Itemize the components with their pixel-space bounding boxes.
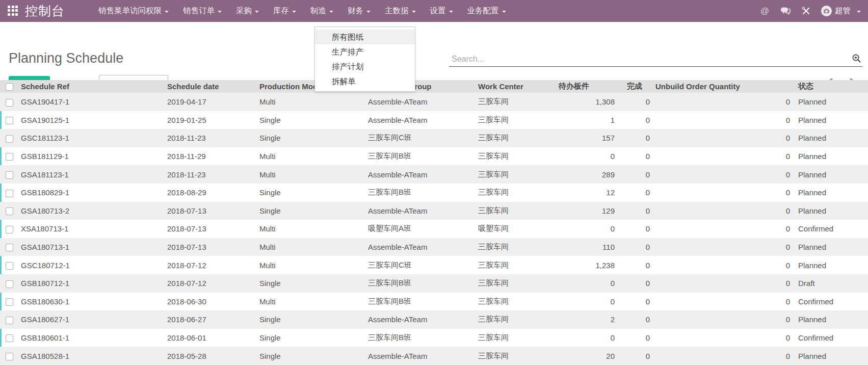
table-row[interactable]: GSA180528-12018-05-28SingleAssemble-ATea…: [0, 347, 868, 365]
cell-production-mode: Single: [256, 347, 365, 365]
cell-work-center: 三胺车间: [475, 347, 556, 365]
cell-schedule-date: 2018-07-13: [164, 238, 256, 256]
row-checkbox-cell: [0, 310, 18, 329]
column-header-5[interactable]: Work Center: [475, 80, 556, 93]
column-header-6[interactable]: 待办板件: [556, 80, 617, 93]
table-row[interactable]: GSB180712-12018-07-12Single三胺车间B班三胺车间000…: [0, 274, 868, 293]
cell-status: Planned: [795, 184, 868, 202]
cell-group: Assemble-ATeam: [365, 347, 475, 365]
top-menu-item-3[interactable]: 采购: [236, 6, 259, 16]
cell-unbuild-order-qty: 0: [652, 220, 795, 238]
cell-production-mode: Single: [256, 111, 365, 129]
top-menu-label: 销售订单: [183, 6, 215, 16]
cell-work-center: 三胺车间: [475, 184, 556, 202]
messages-icon[interactable]: [780, 7, 791, 15]
search-input[interactable]: [452, 53, 829, 66]
row-checkbox-cell: [0, 329, 18, 347]
row-checkbox[interactable]: [6, 334, 13, 342]
cell-status: Planned: [795, 238, 868, 256]
column-header-7[interactable]: 完成: [617, 80, 652, 93]
cell-pending-panels: 12: [556, 184, 617, 202]
cell-schedule-ref: GSC181123-1: [18, 129, 164, 147]
row-checkbox[interactable]: [6, 353, 13, 360]
user-name: 超管: [835, 6, 851, 16]
user-menu[interactable]: 超管: [821, 6, 861, 16]
page-title: Planning Schedule: [9, 50, 123, 66]
dropdown-item-2[interactable]: 生产排产: [315, 44, 415, 59]
top-menu-item-7[interactable]: 主数据: [385, 6, 416, 16]
cell-schedule-ref: GSA190125-1: [18, 111, 164, 129]
table-row[interactable]: GSB180630-12018-06-30Multi三胺车间B班三胺车间000C…: [0, 293, 868, 311]
top-menu-item-9[interactable]: 业务配置: [467, 6, 506, 16]
cell-production-mode: Multi: [256, 256, 365, 274]
cell-group: 三胺车间B班: [365, 274, 475, 293]
select-all-checkbox[interactable]: [6, 83, 13, 91]
row-checkbox[interactable]: [6, 226, 13, 233]
table-row[interactable]: GSC181123-12018-11-23Single三胺车间C班三胺车间157…: [0, 129, 868, 147]
table-row[interactable]: GSA190125-12019-01-25SingleAssemble-ATea…: [0, 111, 868, 129]
schedule-table-head-row: Schedule RefSchedule dateProduction Mode…: [0, 80, 868, 93]
cell-status: Confirmed: [795, 220, 868, 238]
table-row[interactable]: GSC180712-12018-07-12Multi三胺车间C班三胺车间1,23…: [0, 256, 868, 274]
cell-schedule-date: 2018-07-12: [164, 256, 256, 274]
apps-grid-icon[interactable]: [8, 6, 19, 17]
table-row[interactable]: GSA180713-12018-07-13MultiAssemble-ATeam…: [0, 238, 868, 256]
row-checkbox[interactable]: [6, 153, 13, 161]
row-checkbox[interactable]: [6, 244, 13, 251]
table-row[interactable]: GSA180627-12018-06-27SingleAssemble-ATea…: [0, 310, 868, 329]
table-row[interactable]: GSA180713-22018-07-13SingleAssemble-ATea…: [0, 202, 868, 220]
top-menu-item-8[interactable]: 设置: [430, 6, 453, 16]
top-menu-item-6[interactable]: 财务: [348, 6, 371, 16]
dropdown-item-3[interactable]: 排产计划: [315, 59, 415, 74]
table-row[interactable]: GSB180601-12018-06-01Single三胺车间B班三胺车间000…: [0, 329, 868, 347]
cell-unbuild-order-qty: 0: [652, 274, 795, 293]
cell-work-center: 三胺车间: [475, 329, 556, 347]
row-checkbox[interactable]: [6, 135, 13, 143]
cell-done: 0: [617, 111, 652, 129]
dropdown-item-4[interactable]: 拆解单: [315, 74, 415, 89]
cell-schedule-ref: GSA190417-1: [18, 93, 164, 111]
brand-title[interactable]: 控制台: [25, 3, 65, 19]
mentions-icon[interactable]: @: [760, 6, 769, 16]
column-header-8[interactable]: Unbuild Order Quantity: [652, 80, 795, 93]
cell-schedule-date: 2019-01-25: [164, 111, 256, 129]
cell-pending-panels: 0: [556, 147, 617, 166]
cell-work-center: 三胺车间: [475, 256, 556, 274]
row-checkbox[interactable]: [6, 298, 13, 306]
row-checkbox[interactable]: [6, 262, 13, 270]
top-menu-item-4[interactable]: 库存: [273, 6, 296, 16]
column-header-1[interactable]: Schedule Ref: [18, 80, 164, 93]
debug-tools-icon[interactable]: [802, 7, 810, 15]
dropdown-item-1[interactable]: 所有图纸: [315, 30, 415, 44]
schedule-table: Schedule RefSchedule dateProduction Mode…: [0, 80, 868, 365]
top-menu-item-5[interactable]: 制造: [310, 6, 333, 16]
cell-unbuild-order-qty: 0: [652, 165, 795, 184]
row-checkbox[interactable]: [6, 117, 13, 124]
search-zoom-icon[interactable]: [852, 54, 861, 65]
cell-work-center: 三胺车间: [475, 274, 556, 293]
row-checkbox[interactable]: [6, 190, 13, 197]
chevron-down-icon: [412, 11, 416, 13]
row-checkbox[interactable]: [6, 317, 13, 324]
cell-unbuild-order-qty: 0: [652, 93, 795, 111]
row-checkbox[interactable]: [6, 99, 13, 107]
cell-production-mode: Multi: [256, 147, 365, 166]
top-menu-item-1[interactable]: 销售菜单访问权限: [98, 6, 169, 16]
row-checkbox[interactable]: [6, 207, 13, 215]
cell-pending-panels: 0: [556, 220, 617, 238]
table-row[interactable]: GSA190417-12019-04-17MultiAssemble-ATeam…: [0, 93, 868, 111]
table-row[interactable]: GSA181123-12018-11-23MultiAssemble-ATeam…: [0, 165, 868, 184]
row-checkbox[interactable]: [6, 280, 13, 288]
chevron-down-icon: [366, 11, 371, 13]
column-header-9[interactable]: 状态: [795, 80, 868, 93]
top-menu-label: 库存: [273, 6, 289, 16]
row-checkbox-cell: [0, 93, 18, 111]
row-checkbox[interactable]: [6, 171, 13, 179]
column-header-2[interactable]: Schedule date: [164, 80, 256, 93]
top-menu-item-2[interactable]: 销售订单: [183, 6, 222, 16]
schedule-list-view: Schedule RefSchedule dateProduction Mode…: [0, 80, 868, 365]
cell-status: Draft: [795, 274, 868, 293]
table-row[interactable]: GSB180829-12018-08-29Single三胺车间B班三胺车间120…: [0, 184, 868, 202]
table-row[interactable]: GSB181129-12018-11-29Multi三胺车间B班三胺车间000P…: [0, 147, 868, 166]
table-row[interactable]: XSA180713-12018-07-13Multi吸塑车间A班吸塑车间000C…: [0, 220, 868, 238]
